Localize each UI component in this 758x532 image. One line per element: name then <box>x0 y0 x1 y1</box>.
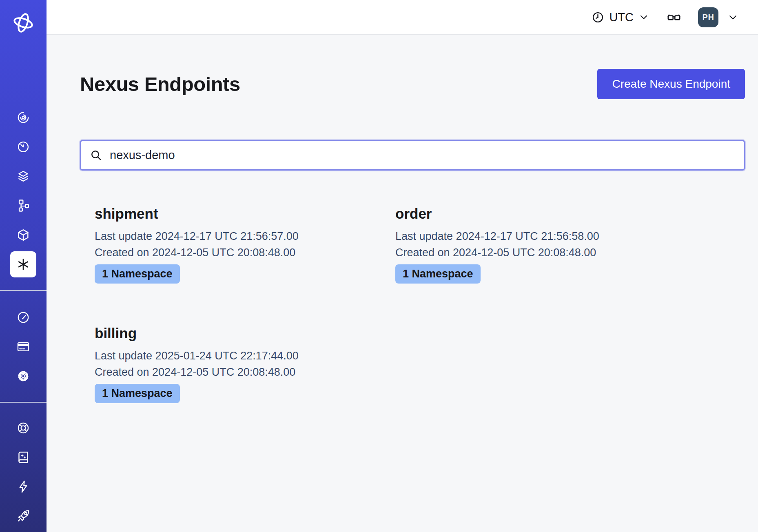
endpoint-name: order <box>395 206 745 222</box>
sidebar-item-getting-started[interactable] <box>0 501 47 531</box>
workflows-icon <box>16 111 30 124</box>
sidebar-divider <box>0 290 47 291</box>
endpoint-list: shipment Last update 2024-12-17 UTC 21:5… <box>95 206 745 403</box>
sidebar-item-support[interactable] <box>0 413 47 443</box>
create-nexus-endpoint-button[interactable]: Create Nexus Endpoint <box>597 69 745 99</box>
glasses-icon <box>667 10 681 24</box>
batch-operations-icon <box>16 199 30 213</box>
search-input[interactable] <box>80 140 745 171</box>
endpoint-card-billing[interactable]: billing Last update 2025-01-24 UTC 22:17… <box>95 325 395 403</box>
chevron-down-icon <box>638 12 649 22</box>
namespace-count-badge: 1 Namespace <box>95 264 180 284</box>
nexus-selected-highlight <box>10 251 36 277</box>
sidebar <box>0 0 47 532</box>
labs-mode-button[interactable] <box>667 10 681 24</box>
support-lifebuoy-icon <box>16 421 30 435</box>
endpoint-last-update: Last update 2025-01-24 UTC 22:17:44.00 <box>95 348 395 364</box>
sidebar-item-billing[interactable] <box>0 332 47 361</box>
getting-started-rocket-icon <box>16 509 30 523</box>
page-header: Nexus Endpoints Create Nexus Endpoint <box>80 69 745 99</box>
search-bar <box>80 140 745 171</box>
settings-gear-icon <box>16 369 30 383</box>
sidebar-item-schedules[interactable] <box>0 132 47 162</box>
timezone-selector[interactable]: UTC <box>592 11 649 24</box>
docs-book-icon <box>16 450 30 464</box>
main-area: UTC PH Nexus Endpoints Create Nexus E <box>47 0 758 532</box>
endpoint-name: billing <box>95 325 395 341</box>
account-menu[interactable]: PH <box>698 7 738 27</box>
endpoint-created: Created on 2024-12-05 UTC 20:08:48.00 <box>95 244 395 261</box>
chevron-down-icon <box>727 12 738 23</box>
nexus-asterisk-icon <box>16 257 30 271</box>
avatar[interactable]: PH <box>698 7 718 27</box>
sidebar-divider <box>0 402 47 403</box>
quick-actions-lightning-icon <box>16 480 30 494</box>
endpoint-created: Created on 2024-12-05 UTC 20:08:48.00 <box>395 244 745 261</box>
namespace-count-badge: 1 Namespace <box>95 384 180 403</box>
endpoint-last-update: Last update 2024-12-17 UTC 21:56:58.00 <box>395 228 745 244</box>
content: Nexus Endpoints Create Nexus Endpoint sh… <box>47 35 758 532</box>
deployments-icon <box>16 169 30 183</box>
endpoint-name: shipment <box>95 206 395 222</box>
temporal-logo-icon[interactable] <box>10 10 36 36</box>
billing-card-icon <box>16 340 30 354</box>
topbar: UTC PH <box>47 0 758 35</box>
namespace-count-badge: 1 Namespace <box>395 264 481 284</box>
sidebar-item-usage[interactable] <box>0 303 47 332</box>
endpoint-card-shipment[interactable]: shipment Last update 2024-12-17 UTC 21:5… <box>95 206 395 284</box>
endpoint-card-order[interactable]: order Last update 2024-12-17 UTC 21:56:5… <box>395 206 745 284</box>
sidebar-item-workflows[interactable] <box>0 103 47 132</box>
sidebar-nav-primary <box>0 103 47 279</box>
usage-gauge-icon <box>16 310 30 324</box>
namespaces-icon <box>16 228 30 242</box>
sidebar-item-deployments[interactable] <box>0 162 47 191</box>
sidebar-item-batch-operations[interactable] <box>0 191 47 220</box>
schedules-icon <box>16 140 30 154</box>
endpoint-created: Created on 2024-12-05 UTC 20:08:48.00 <box>95 364 395 380</box>
clock-icon <box>592 11 604 24</box>
page-title: Nexus Endpoints <box>80 73 240 95</box>
sidebar-nav-help <box>0 413 47 531</box>
sidebar-item-namespaces[interactable] <box>0 220 47 250</box>
sidebar-nav-account <box>0 303 47 391</box>
sidebar-item-nexus[interactable] <box>0 250 47 279</box>
timezone-label: UTC <box>609 11 634 24</box>
sidebar-item-settings[interactable] <box>0 361 47 391</box>
sidebar-item-quick-actions[interactable] <box>0 472 47 501</box>
sidebar-item-docs[interactable] <box>0 443 47 472</box>
endpoint-last-update: Last update 2024-12-17 UTC 21:56:57.00 <box>95 228 395 244</box>
